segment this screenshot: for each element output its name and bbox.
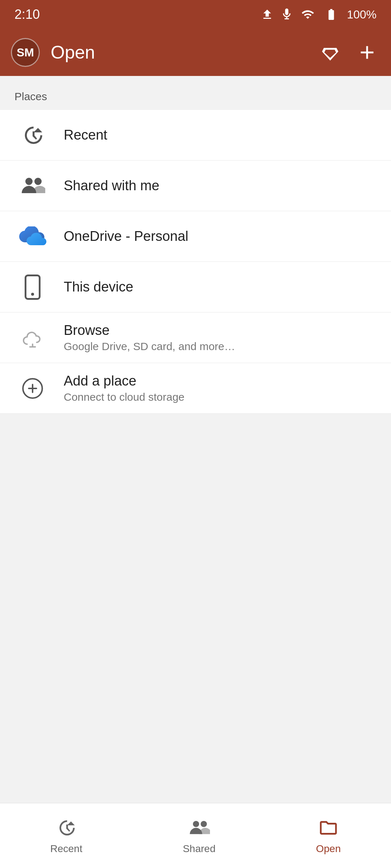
bottom-nav: Recent Shared Open bbox=[0, 803, 391, 868]
this-device-icon bbox=[14, 269, 51, 305]
nav-open-label: Open bbox=[316, 843, 341, 855]
add-icon bbox=[356, 42, 378, 63]
premium-button[interactable] bbox=[317, 39, 343, 65]
nav-item-shared[interactable]: Shared bbox=[161, 811, 237, 860]
nav-item-open[interactable]: Open bbox=[294, 811, 363, 860]
list-item-add-place[interactable]: Add a place Connect to cloud storage bbox=[0, 363, 391, 414]
add-place-text: Add a place Connect to cloud storage bbox=[64, 373, 185, 403]
this-device-text: This device bbox=[64, 279, 133, 295]
recent-title: Recent bbox=[64, 127, 107, 143]
nav-recent-label: Recent bbox=[50, 843, 83, 855]
shared-with-me-text: Shared with me bbox=[64, 178, 159, 193]
list-item-onedrive[interactable]: OneDrive - Personal bbox=[0, 211, 391, 262]
browse-icon bbox=[14, 320, 51, 356]
battery-text: 100% bbox=[347, 8, 377, 21]
list-item-this-device[interactable]: This device bbox=[0, 262, 391, 312]
status-icons: 100% bbox=[261, 8, 377, 21]
places-list: Recent Shared with me bbox=[0, 110, 391, 414]
svg-point-8 bbox=[201, 821, 207, 827]
nav-item-recent[interactable]: Recent bbox=[29, 811, 104, 860]
svg-point-1 bbox=[34, 178, 42, 185]
shared-with-me-title: Shared with me bbox=[64, 178, 159, 193]
list-item-browse[interactable]: Browse Google Drive, SD card, and more… bbox=[0, 312, 391, 363]
status-time: 2:10 bbox=[14, 7, 40, 22]
this-device-title: This device bbox=[64, 279, 133, 295]
mic-icon bbox=[280, 8, 293, 21]
list-item-shared-with-me[interactable]: Shared with me bbox=[0, 161, 391, 211]
onedrive-title: OneDrive - Personal bbox=[64, 229, 188, 244]
nav-shared-icon bbox=[188, 817, 210, 839]
onedrive-text: OneDrive - Personal bbox=[64, 229, 188, 244]
places-section-label: Places bbox=[0, 76, 391, 110]
nav-recent-icon bbox=[55, 817, 77, 839]
add-place-title: Add a place bbox=[64, 373, 185, 389]
browse-title: Browse bbox=[64, 323, 235, 338]
nav-open-icon bbox=[318, 817, 339, 839]
browse-subtitle: Google Drive, SD card, and more… bbox=[64, 340, 235, 353]
toolbar: SM Open bbox=[0, 29, 391, 76]
battery-icon bbox=[322, 8, 340, 21]
avatar[interactable]: SM bbox=[11, 38, 40, 67]
upload-icon bbox=[261, 8, 274, 21]
add-place-icon bbox=[14, 370, 51, 407]
recent-text: Recent bbox=[64, 127, 107, 143]
recent-icon bbox=[14, 117, 51, 153]
add-place-subtitle: Connect to cloud storage bbox=[64, 391, 185, 403]
list-item-recent[interactable]: Recent bbox=[0, 110, 391, 161]
shared-with-me-icon bbox=[14, 168, 51, 204]
svg-point-7 bbox=[193, 821, 199, 827]
nav-shared-label: Shared bbox=[183, 843, 215, 855]
onedrive-icon bbox=[14, 218, 51, 255]
add-button[interactable] bbox=[354, 39, 380, 65]
status-bar: 2:10 100% bbox=[0, 0, 391, 29]
page-title: Open bbox=[51, 42, 306, 63]
svg-point-0 bbox=[25, 178, 33, 185]
wifi-icon bbox=[300, 8, 316, 21]
browse-text: Browse Google Drive, SD card, and more… bbox=[64, 323, 235, 353]
premium-icon bbox=[319, 42, 341, 63]
